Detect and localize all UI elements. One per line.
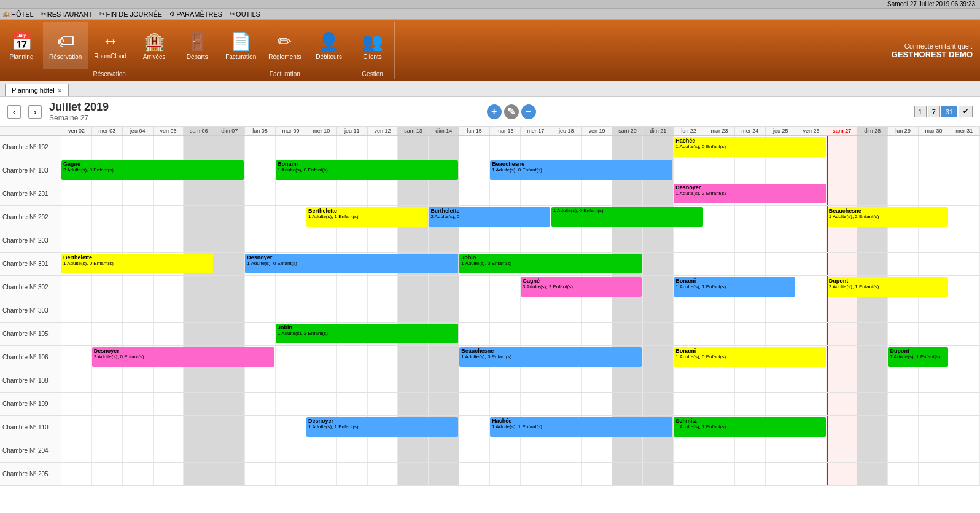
cell-102-09[interactable] xyxy=(276,136,306,159)
cell-302-11[interactable] xyxy=(337,276,368,299)
cell-102-07[interactable] xyxy=(214,136,245,159)
cell-105-23[interactable] xyxy=(704,323,735,345)
cell-303-30[interactable] xyxy=(919,299,949,322)
cell-201-15[interactable] xyxy=(459,182,490,205)
cell-205-04[interactable] xyxy=(123,463,154,485)
reservation-106-Dupont[interactable]: Dupont1 Adulte(s), 1 Enfant(s) xyxy=(888,347,948,367)
cell-103-08[interactable] xyxy=(245,159,276,182)
cell-108-30[interactable] xyxy=(919,369,949,392)
cell-109-16[interactable] xyxy=(490,393,521,415)
reservation-301-Desnoyer[interactable]: Desnoyer1 Adulte(s), 0 Enfant(s) xyxy=(245,254,458,273)
cell-106-09[interactable] xyxy=(276,346,306,369)
cell-201-30[interactable] xyxy=(919,182,949,205)
cell-108-27[interactable] xyxy=(826,369,857,392)
cell-110-08[interactable] xyxy=(245,416,276,439)
cell-201-13[interactable] xyxy=(398,182,429,205)
cell-205-22[interactable] xyxy=(674,463,704,485)
planning-grid[interactable]: ven 02mer 03jeu 04ven 05sam 06dim 07lun … xyxy=(0,127,980,513)
cell-302-13[interactable] xyxy=(398,276,429,299)
cell-205-11[interactable] xyxy=(337,463,368,485)
cell-303-29[interactable] xyxy=(888,299,919,322)
cell-301-24[interactable] xyxy=(735,253,766,275)
room-cells-201[interactable]: Desnoyer1 Adulte(s), 2 Enfant(s) xyxy=(61,182,980,205)
cell-203-30[interactable] xyxy=(919,229,949,252)
cell-303-13[interactable] xyxy=(398,299,429,322)
cell-202-04[interactable] xyxy=(123,206,154,229)
cell-202-06[interactable] xyxy=(184,206,214,229)
cell-301-31[interactable] xyxy=(949,253,980,275)
cell-109-25[interactable] xyxy=(766,393,796,415)
cell-303-17[interactable] xyxy=(521,299,551,322)
cell-203-03[interactable] xyxy=(92,229,123,252)
cell-205-10[interactable] xyxy=(306,463,337,485)
cell-202-09[interactable] xyxy=(276,206,306,229)
cell-201-08[interactable] xyxy=(245,182,276,205)
toolbar-facturation[interactable]: 📄 Facturation xyxy=(219,22,262,69)
cell-204-18[interactable] xyxy=(551,439,582,462)
cell-302-04[interactable] xyxy=(123,276,154,299)
cell-203-17[interactable] xyxy=(521,229,551,252)
room-cells-203[interactable] xyxy=(61,229,980,252)
tab-planning-hotel[interactable]: Planning hôtel ✕ xyxy=(5,84,69,96)
cell-103-15[interactable] xyxy=(459,159,490,182)
cell-108-12[interactable] xyxy=(368,369,399,392)
cell-108-20[interactable] xyxy=(612,369,643,392)
cell-108-05[interactable] xyxy=(154,369,184,392)
cell-103-22[interactable] xyxy=(674,159,704,182)
cell-108-24[interactable] xyxy=(735,369,766,392)
cell-102-31[interactable] xyxy=(949,136,980,159)
reservation-202-[interactable]: 1 Adulte(s), 0 Enfant(s) xyxy=(551,207,703,227)
cell-203-12[interactable] xyxy=(368,229,399,252)
cell-202-02[interactable] xyxy=(61,206,92,229)
cell-302-31[interactable] xyxy=(949,276,980,299)
cell-303-07[interactable] xyxy=(214,299,245,322)
toolbar-roomcloud[interactable]: ↔ RoomCloud xyxy=(88,22,133,69)
cell-109-04[interactable] xyxy=(123,393,154,415)
cell-105-27[interactable] xyxy=(826,323,857,345)
cell-201-31[interactable] xyxy=(949,182,980,205)
view-31-button[interactable]: 31 xyxy=(941,106,957,117)
cell-110-03[interactable] xyxy=(92,416,123,439)
cell-109-05[interactable] xyxy=(154,393,184,415)
cell-303-11[interactable] xyxy=(337,299,368,322)
cell-203-05[interactable] xyxy=(154,229,184,252)
cell-205-24[interactable] xyxy=(735,463,766,485)
cell-204-15[interactable] xyxy=(459,439,490,462)
cell-203-10[interactable] xyxy=(306,229,337,252)
cell-109-02[interactable] xyxy=(61,393,92,415)
cell-110-05[interactable] xyxy=(154,416,184,439)
cell-201-02[interactable] xyxy=(61,182,92,205)
cell-203-28[interactable] xyxy=(857,229,888,252)
cell-204-29[interactable] xyxy=(888,439,919,462)
cell-109-29[interactable] xyxy=(888,393,919,415)
cell-109-22[interactable] xyxy=(674,393,704,415)
reservation-110-Desnoyer[interactable]: Desnoyer1 Adulte(s), 1 Enfant(s) xyxy=(306,417,458,437)
cell-205-29[interactable] xyxy=(888,463,919,485)
cell-105-06[interactable] xyxy=(184,323,214,345)
cell-302-14[interactable] xyxy=(429,276,459,299)
cell-203-26[interactable] xyxy=(796,229,827,252)
cell-201-11[interactable] xyxy=(337,182,368,205)
cell-203-22[interactable] xyxy=(674,229,704,252)
cell-109-27[interactable] xyxy=(826,393,857,415)
cell-201-04[interactable] xyxy=(123,182,154,205)
cell-103-23[interactable] xyxy=(704,159,735,182)
cell-303-10[interactable] xyxy=(306,299,337,322)
cell-203-29[interactable] xyxy=(888,229,919,252)
cell-109-28[interactable] xyxy=(857,393,888,415)
cell-108-22[interactable] xyxy=(674,369,704,392)
cell-109-03[interactable] xyxy=(92,393,123,415)
reservation-202-Beauchesne[interactable]: Beauchesne1 Adulte(s), 2 Enfant(s) xyxy=(827,207,948,227)
cell-105-20[interactable] xyxy=(612,323,643,345)
cell-205-03[interactable] xyxy=(92,463,123,485)
reservation-301-Berthelette[interactable]: Berthelette1 Adulte(s), 0 Enfant(s) xyxy=(61,254,213,273)
cell-204-13[interactable] xyxy=(398,439,429,462)
cell-108-28[interactable] xyxy=(857,369,888,392)
cell-204-28[interactable] xyxy=(857,439,888,462)
cell-205-19[interactable] xyxy=(582,463,613,485)
cell-102-08[interactable] xyxy=(245,136,276,159)
room-cells-102[interactable]: Hachée1 Adulte(s), 0 Enfant(s) xyxy=(61,136,980,159)
cell-110-02[interactable] xyxy=(61,416,92,439)
cell-302-10[interactable] xyxy=(306,276,337,299)
reservation-302-Bonami[interactable]: Bonami1 Adulte(s), 1 Enfant(s) xyxy=(674,277,795,297)
